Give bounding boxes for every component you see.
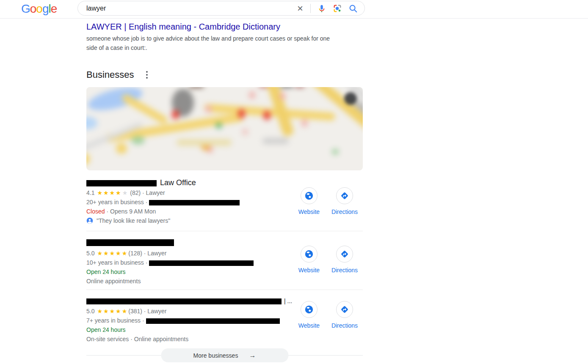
services-text: Online appointments	[86, 278, 141, 285]
globe-icon	[301, 187, 317, 204]
more-businesses-row: More businesses →	[86, 348, 363, 363]
services-text: On-site services · Online appointments	[86, 336, 188, 342]
directions-icon	[336, 301, 353, 318]
star-icons: ★★★★	[97, 189, 121, 196]
years-text: 20+ years in business ·	[86, 199, 147, 205]
directions-label: Directions	[331, 267, 358, 274]
logo-letter: G	[21, 2, 30, 15]
website-button[interactable]: Website	[292, 246, 326, 274]
business-name-text: | ...	[284, 298, 292, 304]
website-button[interactable]: Website	[292, 301, 326, 329]
star-icons: ★★★★★	[97, 308, 128, 315]
business-listing: Law Office 4.1★★★★★(82) · Lawyer 20+ yea…	[86, 175, 363, 231]
redacted-name-bar	[86, 298, 282, 304]
listing-actions: Website Directions	[292, 187, 362, 215]
status-open: Open 24 hours	[86, 326, 126, 333]
rating-value: 5.0	[86, 308, 94, 315]
directions-button[interactable]: Directions	[328, 301, 362, 329]
website-label: Website	[298, 267, 320, 274]
search-icon[interactable]	[348, 4, 358, 13]
more-businesses-button[interactable]: More businesses →	[161, 348, 288, 362]
star-icons: ★★★★★	[97, 250, 128, 257]
status-closed: Closed	[86, 208, 105, 215]
reviews-category: (128) · Lawyer	[128, 250, 166, 257]
businesses-map[interactable]	[86, 87, 363, 170]
logo-letter: g	[42, 2, 49, 15]
directions-button[interactable]: Directions	[328, 246, 362, 274]
business-name-text: Law Office	[160, 178, 196, 187]
years-text: 7+ years in business ·	[86, 317, 144, 324]
voice-search-icon[interactable]	[317, 4, 326, 13]
search-input[interactable]	[86, 5, 296, 12]
redacted-name-bar	[86, 239, 174, 246]
listing-actions: Website Directions	[292, 246, 362, 274]
logo-letter: o	[36, 2, 42, 15]
directions-button[interactable]: Directions	[328, 187, 362, 215]
more-businesses-label: More businesses	[193, 352, 238, 359]
more-options-icon[interactable]	[144, 69, 149, 80]
redacted-address-bar	[149, 200, 240, 205]
review-quote: "They look like real lawyers"	[97, 216, 170, 225]
website-label: Website	[298, 322, 320, 329]
directions-icon	[336, 187, 353, 204]
globe-icon	[301, 301, 317, 318]
google-lens-icon[interactable]	[333, 4, 342, 13]
business-name[interactable]: Law Office	[86, 178, 363, 187]
divider	[310, 4, 311, 13]
arrow-right-icon: →	[249, 352, 256, 359]
map-expand-icon[interactable]	[344, 92, 357, 105]
reviews-category: (82) · Lawyer	[130, 189, 165, 196]
redacted-address-bar	[146, 318, 280, 324]
result-title-link[interactable]: LAWYER | English meaning - Cambridge Dic…	[86, 21, 280, 32]
globe-icon	[301, 246, 317, 263]
result-snippet: someone whose job is to give advice abou…	[86, 34, 337, 52]
directions-label: Directions	[331, 322, 358, 329]
business-name[interactable]	[86, 239, 363, 246]
search-bar[interactable]: ×	[77, 1, 365, 16]
logo-letter: o	[30, 2, 36, 15]
status-open: Open 24 hours	[86, 268, 126, 275]
services-row: Online appointments	[86, 276, 363, 286]
star-empty-icon: ★	[122, 189, 129, 196]
rating-value: 5.0	[86, 250, 94, 257]
clear-search-icon[interactable]: ×	[296, 4, 304, 13]
google-logo[interactable]: Google	[21, 0, 57, 17]
status-detail: · Opens 9 AM Mon	[106, 208, 156, 215]
redacted-name-bar	[86, 180, 157, 186]
businesses-heading: Businesses	[86, 69, 134, 80]
website-button[interactable]: Website	[292, 187, 326, 215]
directions-icon	[336, 246, 353, 263]
search-header: Google ×	[0, 0, 588, 19]
business-listing: | ... 5.0★★★★★(381) · Lawyer 7+ years in…	[86, 294, 363, 342]
years-text: 10+ years in business ·	[86, 259, 147, 266]
reviews-category: (381) · Lawyer	[128, 308, 166, 315]
redacted-address-bar	[149, 260, 254, 266]
review-quote-row: "They look like real lawyers"	[86, 216, 363, 225]
directions-label: Directions	[331, 208, 358, 215]
logo-letter: e	[51, 2, 57, 15]
map-image	[86, 87, 363, 170]
services-row: On-site services · Online appointments	[86, 334, 363, 344]
listing-actions: Website Directions	[292, 301, 362, 329]
reviewer-avatar-icon	[86, 217, 93, 224]
rating-value: 4.1	[86, 189, 94, 196]
website-label: Website	[298, 208, 320, 215]
search-results-page: Google ×	[0, 0, 588, 364]
business-listing: 5.0★★★★★(128) · Lawyer 10+ years in busi…	[86, 235, 363, 290]
